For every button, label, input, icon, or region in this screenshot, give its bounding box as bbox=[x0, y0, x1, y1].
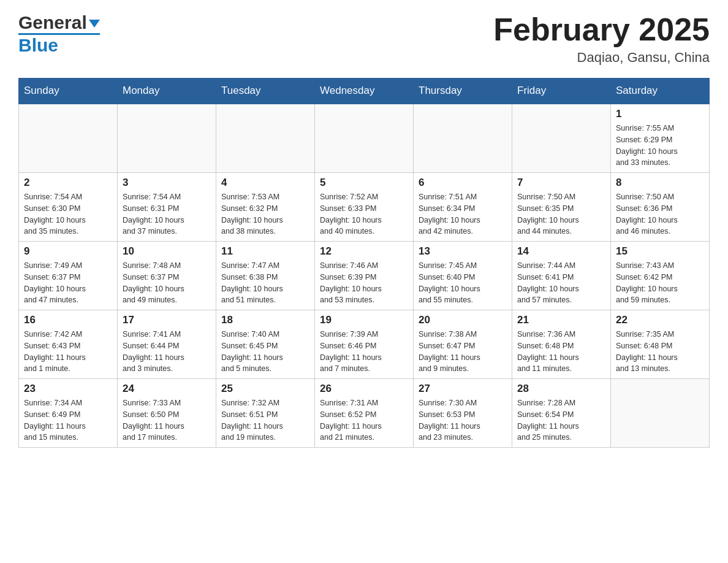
day-info: Sunrise: 7:55 AMSunset: 6:29 PMDaylight:… bbox=[616, 123, 704, 169]
calendar-cell: 10Sunrise: 7:48 AMSunset: 6:37 PMDayligh… bbox=[118, 242, 216, 310]
day-number: 11 bbox=[221, 245, 309, 258]
day-number: 2 bbox=[24, 177, 112, 189]
calendar-header-row: Sunday Monday Tuesday Wednesday Thursday… bbox=[19, 79, 710, 104]
day-number: 25 bbox=[221, 383, 309, 395]
day-number: 28 bbox=[517, 383, 605, 395]
day-number: 4 bbox=[221, 177, 309, 189]
day-info: Sunrise: 7:32 AMSunset: 6:51 PMDaylight:… bbox=[221, 397, 309, 443]
day-info: Sunrise: 7:33 AMSunset: 6:50 PMDaylight:… bbox=[123, 397, 211, 443]
calendar-cell bbox=[414, 104, 512, 173]
calendar-cell: 1Sunrise: 7:55 AMSunset: 6:29 PMDaylight… bbox=[611, 104, 710, 173]
calendar-cell: 5Sunrise: 7:52 AMSunset: 6:33 PMDaylight… bbox=[315, 173, 414, 242]
day-info: Sunrise: 7:30 AMSunset: 6:53 PMDaylight:… bbox=[419, 397, 507, 443]
day-number: 14 bbox=[517, 245, 605, 258]
logo-blue-text: Blue bbox=[18, 36, 58, 55]
calendar-cell: 27Sunrise: 7:30 AMSunset: 6:53 PMDayligh… bbox=[414, 379, 512, 448]
day-info: Sunrise: 7:54 AMSunset: 6:30 PMDaylight:… bbox=[24, 191, 112, 237]
col-thursday: Thursday bbox=[414, 79, 512, 104]
calendar-cell: 15Sunrise: 7:43 AMSunset: 6:42 PMDayligh… bbox=[611, 242, 710, 310]
day-info: Sunrise: 7:48 AMSunset: 6:37 PMDaylight:… bbox=[123, 260, 211, 306]
calendar-week-5: 23Sunrise: 7:34 AMSunset: 6:49 PMDayligh… bbox=[19, 379, 710, 448]
calendar-cell: 23Sunrise: 7:34 AMSunset: 6:49 PMDayligh… bbox=[19, 379, 118, 448]
day-number: 18 bbox=[221, 314, 309, 326]
calendar-cell: 11Sunrise: 7:47 AMSunset: 6:38 PMDayligh… bbox=[216, 242, 315, 310]
calendar-cell bbox=[512, 104, 611, 173]
calendar-week-4: 16Sunrise: 7:42 AMSunset: 6:43 PMDayligh… bbox=[19, 310, 710, 379]
day-number: 8 bbox=[616, 177, 704, 189]
day-info: Sunrise: 7:42 AMSunset: 6:43 PMDaylight:… bbox=[24, 329, 112, 375]
day-number: 24 bbox=[123, 383, 211, 395]
day-number: 3 bbox=[123, 177, 211, 189]
location: Daqiao, Gansu, China bbox=[493, 50, 710, 66]
day-info: Sunrise: 7:41 AMSunset: 6:44 PMDaylight:… bbox=[123, 329, 211, 375]
month-title: February 2025 bbox=[493, 12, 710, 47]
day-number: 13 bbox=[419, 245, 507, 258]
calendar-cell: 14Sunrise: 7:44 AMSunset: 6:41 PMDayligh… bbox=[512, 242, 611, 310]
calendar-cell: 12Sunrise: 7:46 AMSunset: 6:39 PMDayligh… bbox=[315, 242, 414, 310]
calendar-cell bbox=[315, 104, 414, 173]
day-number: 12 bbox=[320, 245, 408, 258]
day-info: Sunrise: 7:44 AMSunset: 6:41 PMDaylight:… bbox=[517, 260, 605, 306]
calendar-cell: 17Sunrise: 7:41 AMSunset: 6:44 PMDayligh… bbox=[118, 310, 216, 379]
day-number: 10 bbox=[123, 245, 211, 258]
day-number: 6 bbox=[419, 177, 507, 189]
day-number: 19 bbox=[320, 314, 408, 326]
calendar-cell bbox=[118, 104, 216, 173]
day-info: Sunrise: 7:35 AMSunset: 6:48 PMDaylight:… bbox=[616, 329, 704, 375]
day-info: Sunrise: 7:54 AMSunset: 6:31 PMDaylight:… bbox=[123, 191, 211, 237]
calendar-week-3: 9Sunrise: 7:49 AMSunset: 6:37 PMDaylight… bbox=[19, 242, 710, 310]
day-info: Sunrise: 7:34 AMSunset: 6:49 PMDaylight:… bbox=[24, 397, 112, 443]
calendar-cell: 22Sunrise: 7:35 AMSunset: 6:48 PMDayligh… bbox=[611, 310, 710, 379]
logo-general-text: General bbox=[18, 12, 87, 33]
calendar: Sunday Monday Tuesday Wednesday Thursday… bbox=[18, 78, 710, 448]
day-number: 27 bbox=[419, 383, 507, 395]
calendar-cell: 7Sunrise: 7:50 AMSunset: 6:35 PMDaylight… bbox=[512, 173, 611, 242]
calendar-cell: 20Sunrise: 7:38 AMSunset: 6:47 PMDayligh… bbox=[414, 310, 512, 379]
calendar-cell bbox=[611, 379, 710, 448]
day-info: Sunrise: 7:52 AMSunset: 6:33 PMDaylight:… bbox=[320, 191, 408, 237]
col-tuesday: Tuesday bbox=[216, 79, 315, 104]
day-info: Sunrise: 7:40 AMSunset: 6:45 PMDaylight:… bbox=[221, 329, 309, 375]
calendar-cell: 4Sunrise: 7:53 AMSunset: 6:32 PMDaylight… bbox=[216, 173, 315, 242]
calendar-cell: 18Sunrise: 7:40 AMSunset: 6:45 PMDayligh… bbox=[216, 310, 315, 379]
day-number: 23 bbox=[24, 383, 112, 395]
col-monday: Monday bbox=[118, 79, 216, 104]
day-number: 20 bbox=[419, 314, 507, 326]
day-number: 26 bbox=[320, 383, 408, 395]
calendar-cell: 24Sunrise: 7:33 AMSunset: 6:50 PMDayligh… bbox=[118, 379, 216, 448]
day-info: Sunrise: 7:43 AMSunset: 6:42 PMDaylight:… bbox=[616, 260, 704, 306]
day-number: 9 bbox=[24, 245, 112, 258]
calendar-cell: 21Sunrise: 7:36 AMSunset: 6:48 PMDayligh… bbox=[512, 310, 611, 379]
col-sunday: Sunday bbox=[19, 79, 118, 104]
day-info: Sunrise: 7:45 AMSunset: 6:40 PMDaylight:… bbox=[419, 260, 507, 306]
calendar-cell: 8Sunrise: 7:50 AMSunset: 6:36 PMDaylight… bbox=[611, 173, 710, 242]
day-info: Sunrise: 7:53 AMSunset: 6:32 PMDaylight:… bbox=[221, 191, 309, 237]
day-info: Sunrise: 7:47 AMSunset: 6:38 PMDaylight:… bbox=[221, 260, 309, 306]
day-number: 21 bbox=[517, 314, 605, 326]
calendar-cell: 9Sunrise: 7:49 AMSunset: 6:37 PMDaylight… bbox=[19, 242, 118, 310]
day-info: Sunrise: 7:39 AMSunset: 6:46 PMDaylight:… bbox=[320, 329, 408, 375]
day-number: 1 bbox=[616, 108, 704, 120]
calendar-cell: 2Sunrise: 7:54 AMSunset: 6:30 PMDaylight… bbox=[19, 173, 118, 242]
day-info: Sunrise: 7:50 AMSunset: 6:36 PMDaylight:… bbox=[616, 191, 704, 237]
day-info: Sunrise: 7:28 AMSunset: 6:54 PMDaylight:… bbox=[517, 397, 605, 443]
calendar-cell: 25Sunrise: 7:32 AMSunset: 6:51 PMDayligh… bbox=[216, 379, 315, 448]
day-number: 7 bbox=[517, 177, 605, 189]
calendar-cell: 13Sunrise: 7:45 AMSunset: 6:40 PMDayligh… bbox=[414, 242, 512, 310]
day-number: 16 bbox=[24, 314, 112, 326]
logo-triangle-icon bbox=[89, 20, 100, 28]
calendar-cell: 26Sunrise: 7:31 AMSunset: 6:52 PMDayligh… bbox=[315, 379, 414, 448]
calendar-cell: 16Sunrise: 7:42 AMSunset: 6:43 PMDayligh… bbox=[19, 310, 118, 379]
calendar-cell bbox=[216, 104, 315, 173]
calendar-cell: 3Sunrise: 7:54 AMSunset: 6:31 PMDaylight… bbox=[118, 173, 216, 242]
col-friday: Friday bbox=[512, 79, 611, 104]
calendar-cell: 28Sunrise: 7:28 AMSunset: 6:54 PMDayligh… bbox=[512, 379, 611, 448]
day-number: 17 bbox=[123, 314, 211, 326]
calendar-cell bbox=[19, 104, 118, 173]
calendar-week-1: 1Sunrise: 7:55 AMSunset: 6:29 PMDaylight… bbox=[19, 104, 710, 173]
page-header: General Blue February 2025 Daqiao, Gansu… bbox=[18, 12, 710, 66]
title-section: February 2025 Daqiao, Gansu, China bbox=[493, 12, 710, 66]
col-wednesday: Wednesday bbox=[315, 79, 414, 104]
day-info: Sunrise: 7:49 AMSunset: 6:37 PMDaylight:… bbox=[24, 260, 112, 306]
day-info: Sunrise: 7:31 AMSunset: 6:52 PMDaylight:… bbox=[320, 397, 408, 443]
